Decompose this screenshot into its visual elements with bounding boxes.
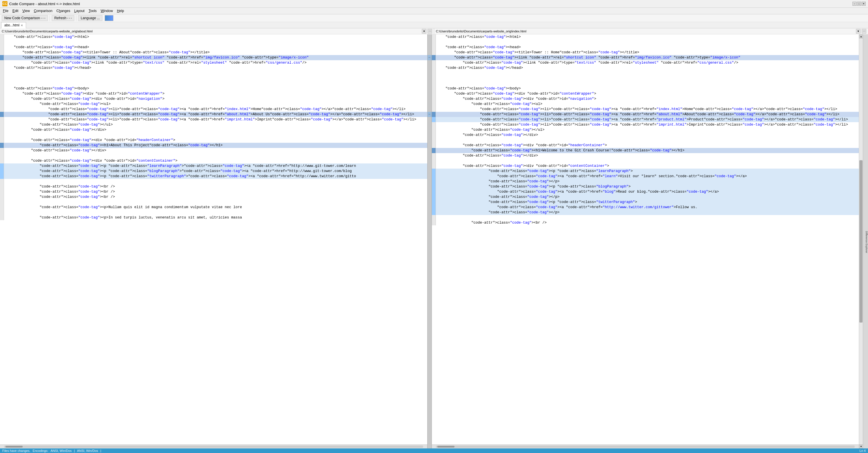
diff-line: "code-attr">class="code-tag"><link "code… <box>0 55 427 60</box>
diff-marker <box>428 148 432 153</box>
scroll-up-button[interactable]: ▲ <box>859 34 863 38</box>
line-gutter <box>432 112 436 117</box>
line-gutter <box>432 101 436 107</box>
line-gutter <box>432 45 436 50</box>
line-gutter <box>432 91 436 96</box>
close-button[interactable]: ✕ <box>862 2 866 6</box>
diff-line <box>0 210 427 215</box>
diff-marker <box>428 65 432 70</box>
title-text: Code Compare - about.html <-> index.html <box>9 2 80 6</box>
scroll-thumb[interactable] <box>859 160 863 323</box>
right-path-dropdown[interactable]: ▼ <box>856 29 861 34</box>
menu-help[interactable]: Help <box>115 8 126 13</box>
line-gutter <box>432 86 436 91</box>
diff-line: "code-attr">class="code-tag"><a "code-at… <box>432 205 859 210</box>
menu-window[interactable]: Window <box>99 8 115 13</box>
new-comparison-button[interactable]: New Code Comparison • • • <box>2 15 48 21</box>
line-info: Ln 4 <box>860 449 866 452</box>
v-scrollbar[interactable]: ▲ ▼ <box>859 34 863 448</box>
line-content: "code-attr">class="code-tag"><a "code-at… <box>436 189 859 194</box>
menu-view[interactable]: View <box>21 8 32 13</box>
diff-line <box>0 81 427 86</box>
line-content: "code-attr">class="code-tag"></p> <box>436 210 859 215</box>
diff-line: "code-attr">class="code-tag"></div> <box>432 132 859 138</box>
line-gutter <box>0 153 4 158</box>
line-gutter <box>0 205 4 210</box>
menu-file[interactable]: File <box>1 8 10 13</box>
menu-tools[interactable]: Tools <box>87 8 98 13</box>
line-content: "code-attr">class="code-tag"><a "code-at… <box>436 174 859 179</box>
diff-line: "code-attr">class="code-tag"><ul> <box>0 101 427 107</box>
diff-line <box>432 215 859 220</box>
right-path-section: C:\Users\brunobrito\Documents\carparts-w… <box>434 28 868 34</box>
line-content: "code-attr">class="code-tag"><body> <box>4 86 427 91</box>
diff-line: "code-attr">class="code-tag"><link "code… <box>432 55 859 60</box>
line-content: "code-attr">class="code-tag"><br /> <box>436 220 859 225</box>
menu-layout[interactable]: Layout <box>72 8 86 13</box>
diff-marker <box>428 101 432 107</box>
tab-close-icon[interactable]: ✕ <box>21 24 23 27</box>
tab-about-html[interactable]: abo...html ✕ <box>1 22 26 28</box>
line-gutter <box>432 39 436 45</box>
diff-line: "code-attr">class="code-tag"><div "code-… <box>432 143 859 148</box>
diff-marker <box>428 215 432 220</box>
line-gutter <box>0 45 4 50</box>
right-diff-content[interactable]: "code-attr">class="code-tag"><html> "cod… <box>432 34 859 444</box>
diff-line: "code-attr">class="code-tag"><li>"code-a… <box>0 107 427 112</box>
diff-line: "code-attr">class="code-tag"><br /> <box>0 184 427 189</box>
line-gutter <box>0 138 4 143</box>
left-h-scroll-thumb[interactable] <box>5 446 23 448</box>
diff-line: "code-attr">class="code-tag"><div "code-… <box>0 91 427 96</box>
title-bar: CC Code Compare - about.html <-> index.h… <box>0 0 868 8</box>
right-h-scroll-track[interactable] <box>436 446 855 448</box>
left-path-text: C:\Users\brunobrito\Documents\carparts-w… <box>2 30 421 33</box>
diff-line: "code-attr">class="code-tag"><br /> <box>432 220 859 225</box>
line-gutter <box>0 163 4 169</box>
line-content: "code-attr">class="code-tag"><p>In sed t… <box>4 215 427 220</box>
diff-marker <box>428 34 432 39</box>
line-gutter <box>432 55 436 60</box>
diff-line: "code-attr">class="code-tag"><p>In sed t… <box>0 215 427 220</box>
left-h-scroll-track[interactable] <box>4 446 423 448</box>
right-h-scroll-thumb[interactable] <box>437 446 455 448</box>
line-content: "code-attr">class="code-tag"><li>"code-a… <box>436 122 859 127</box>
minimize-button[interactable]: – <box>852 2 857 6</box>
diff-line: "code-attr">class="code-tag"><p "code-at… <box>432 199 859 205</box>
line-content: "code-attr">class="code-tag"><link "code… <box>436 55 859 60</box>
line-gutter <box>432 169 436 174</box>
line-gutter <box>432 205 436 210</box>
line-content: "code-attr">class="code-tag"><h1>Welcome… <box>436 148 859 153</box>
line-content: "code-attr">class="code-tag"><li>"code-a… <box>4 117 427 122</box>
line-content <box>4 199 427 205</box>
diff-line: "code-attr">class="code-tag"><p "code-at… <box>0 169 427 174</box>
menu-edit[interactable]: Edit <box>11 8 20 13</box>
diff-line: "code-attr">class="code-tag"><li>"code-a… <box>432 112 859 117</box>
left-h-scrollbar[interactable] <box>0 444 427 448</box>
left-diff-content[interactable]: "code-attr">class="code-tag"><html> "cod… <box>0 34 427 444</box>
line-gutter <box>432 122 436 127</box>
diff-line <box>0 153 427 158</box>
diff-line: "code-attr">class="code-tag"></ul> <box>0 122 427 127</box>
refresh-button[interactable]: Refresh • • • <box>52 15 74 21</box>
diff-marker <box>428 199 432 205</box>
right-h-scrollbar[interactable] <box>432 444 859 448</box>
left-path-dropdown[interactable]: ▼ <box>422 29 426 34</box>
diff-line: "code-attr">class="code-tag"><body> <box>432 86 859 91</box>
line-gutter <box>0 122 4 127</box>
scroll-track <box>859 38 863 444</box>
right-path-menu[interactable]: ⋯ <box>862 29 866 34</box>
menu-changes[interactable]: Changes <box>55 8 72 13</box>
line-gutter <box>432 179 436 184</box>
line-content: "code-attr">class="code-tag"><title>Towe… <box>4 50 427 55</box>
left-path-menu[interactable]: ⋯ <box>428 29 432 34</box>
line-content: "code-attr">class="code-tag"><br /> <box>4 184 427 189</box>
line-content: "code-attr">class="code-tag"><li>"code-a… <box>436 117 859 122</box>
language-button[interactable]: Language ... <box>78 15 102 21</box>
scroll-down-button[interactable]: ▼ <box>859 444 863 448</box>
files-status: Files have changes. <box>2 449 30 452</box>
line-gutter <box>432 143 436 148</box>
right-pane: "code-attr">class="code-tag"><html> "cod… <box>432 34 859 448</box>
diff-marker <box>428 210 432 215</box>
menu-comparison[interactable]: Comparison <box>32 8 54 13</box>
maximize-button[interactable]: □ <box>857 2 861 6</box>
